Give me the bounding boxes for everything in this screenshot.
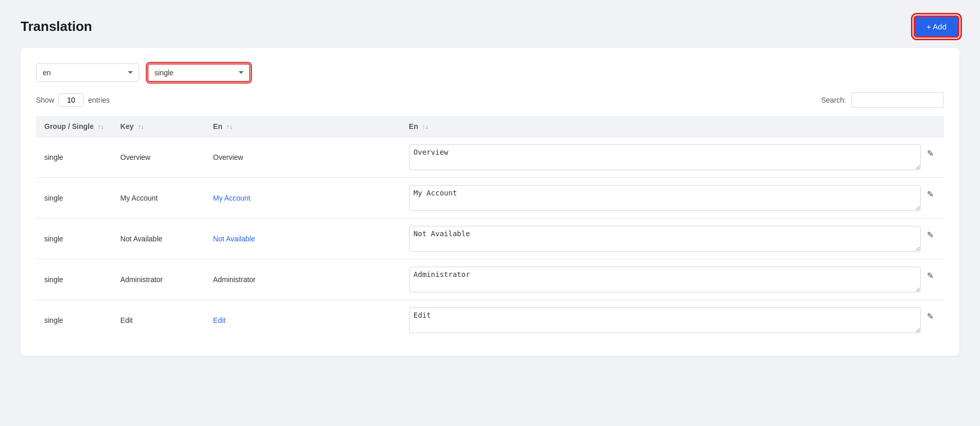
page-header: Translation + Add (21, 15, 959, 38)
cell-key: My Account (112, 178, 205, 219)
col-header-en-source[interactable]: En ↑↓ (205, 116, 401, 137)
edit-pencil-button[interactable]: ✎ (925, 269, 936, 283)
page-title: Translation (21, 19, 92, 35)
col-key-label: Key (121, 122, 134, 130)
cell-group-single: single (36, 137, 112, 178)
sort-en-edit-icon: ↑↓ (422, 123, 428, 130)
search-row: Search: (821, 92, 944, 108)
sort-group-single-icon: ↑↓ (98, 123, 104, 130)
translation-input[interactable] (409, 226, 921, 252)
cell-key: Edit (112, 300, 205, 341)
cell-group-single: single (36, 300, 112, 341)
cell-group-single: single (36, 178, 112, 219)
edit-cell-wrapper: ✎ (409, 307, 936, 333)
table-row: singleNot AvailableNot Available✎ (36, 219, 944, 259)
col-en-edit-label: En (409, 122, 418, 130)
language-filter[interactable]: en de fr es (36, 63, 139, 82)
edit-cell-wrapper: ✎ (409, 226, 936, 252)
table-controls: Show entries Search: (36, 92, 944, 108)
edit-cell-wrapper: ✎ (409, 267, 936, 292)
cell-group-single: single (36, 259, 112, 300)
en-source-link[interactable]: My Account (213, 194, 250, 202)
col-header-key[interactable]: Key ↑↓ (112, 116, 205, 137)
col-header-en-edit[interactable]: En ↑↓ (401, 116, 944, 137)
cell-en-source: Administrator (205, 259, 401, 300)
filters-row: en de fr es single group (36, 63, 944, 82)
type-filter[interactable]: single group (147, 63, 250, 82)
cell-en-edit: ✎ (401, 219, 944, 259)
show-entries-row: Show entries (36, 93, 110, 107)
cell-en-source[interactable]: Edit (205, 300, 401, 341)
entries-label: entries (88, 96, 110, 104)
page-wrapper: Translation + Add en de fr es single gro… (0, 0, 980, 426)
cell-en-edit: ✎ (401, 178, 944, 219)
add-button[interactable]: + Add (914, 15, 959, 38)
table-row: singleEditEdit✎ (36, 300, 944, 341)
edit-pencil-button[interactable]: ✎ (925, 187, 936, 201)
cell-en-edit: ✎ (401, 300, 944, 341)
search-label: Search: (821, 96, 846, 104)
table-row: singleAdministratorAdministrator✎ (36, 259, 944, 300)
edit-cell-wrapper: ✎ (409, 185, 936, 211)
cell-key: Overview (112, 137, 205, 178)
col-header-group-single[interactable]: Group / Single ↑↓ (36, 116, 112, 137)
content-card: en de fr es single group Show entries Se… (21, 48, 959, 356)
table-header-row: Group / Single ↑↓ Key ↑↓ En ↑↓ En ↑↓ (36, 116, 944, 137)
translation-input[interactable] (409, 144, 921, 170)
edit-pencil-button[interactable]: ✎ (925, 309, 936, 323)
edit-pencil-button[interactable]: ✎ (925, 146, 936, 160)
show-label: Show (36, 96, 54, 104)
sort-en-source-icon: ↑↓ (226, 123, 232, 130)
col-en-source-label: En (213, 122, 223, 130)
cell-en-edit: ✎ (401, 259, 944, 300)
translation-input[interactable] (409, 307, 921, 333)
entries-per-page-input[interactable] (58, 93, 84, 107)
table-row: singleOverviewOverview✎ (36, 137, 944, 178)
en-source-link[interactable]: Edit (213, 316, 226, 324)
cell-group-single: single (36, 219, 112, 259)
translations-table: Group / Single ↑↓ Key ↑↓ En ↑↓ En ↑↓ (36, 116, 944, 340)
translation-input[interactable] (409, 185, 921, 211)
cell-en-source[interactable]: My Account (205, 178, 401, 219)
edit-pencil-button[interactable]: ✎ (925, 228, 936, 242)
cell-en-edit: ✎ (401, 137, 944, 178)
search-input[interactable] (851, 92, 944, 108)
col-group-single-label: Group / Single (44, 122, 94, 130)
cell-key: Administrator (112, 259, 205, 300)
cell-key: Not Available (112, 219, 205, 259)
cell-en-source[interactable]: Not Available (205, 219, 401, 259)
en-source-link[interactable]: Not Available (213, 235, 255, 243)
cell-en-source: Overview (205, 137, 401, 178)
translation-input[interactable] (409, 267, 921, 292)
edit-cell-wrapper: ✎ (409, 144, 936, 170)
table-row: singleMy AccountMy Account✎ (36, 178, 944, 219)
sort-key-icon: ↑↓ (138, 123, 144, 130)
